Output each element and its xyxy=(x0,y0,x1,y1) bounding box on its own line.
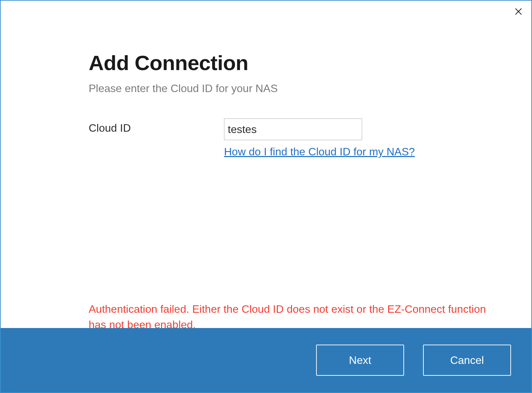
cloud-id-row: Cloud ID How do I find the Cloud ID for … xyxy=(89,118,501,158)
close-icon[interactable] xyxy=(514,7,523,16)
cancel-button[interactable]: Cancel xyxy=(423,345,511,376)
cloud-id-input[interactable] xyxy=(224,118,362,140)
dialog-subtitle: Please enter the Cloud ID for your NAS xyxy=(89,82,501,95)
dialog-footer: Next Cancel xyxy=(1,328,531,392)
cloud-id-label: Cloud ID xyxy=(89,118,224,134)
dialog-title: Add Connection xyxy=(89,51,501,75)
help-link[interactable]: How do I find the Cloud ID for my NAS? xyxy=(224,146,415,158)
dialog-content: Add Connection Please enter the Cloud ID… xyxy=(89,51,501,162)
next-button[interactable]: Next xyxy=(316,345,404,376)
cloud-id-field-col: How do I find the Cloud ID for my NAS? xyxy=(224,118,415,158)
